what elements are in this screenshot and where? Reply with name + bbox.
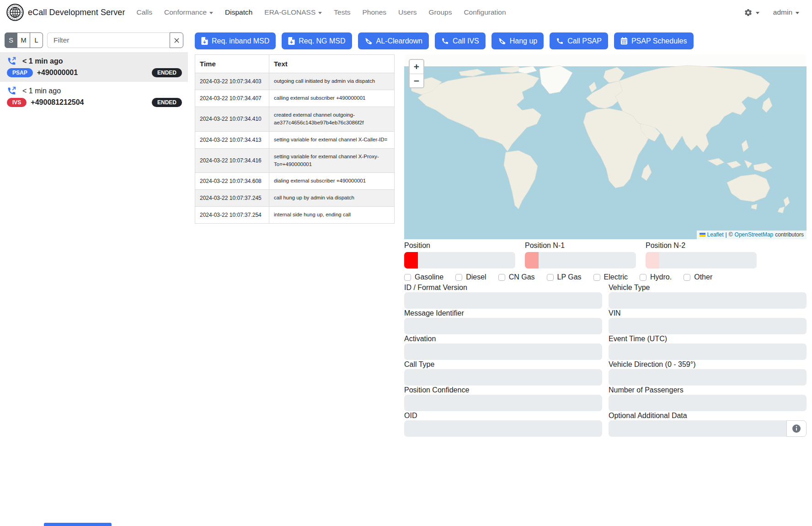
brand[interactable]: eCall Development Server (6, 4, 125, 21)
additional-data-info-button[interactable] (786, 420, 807, 437)
field-position-confidence: Position Confidence (404, 386, 602, 411)
table-row: 2024-03-22 10:07:34.410created external … (195, 107, 395, 132)
phone-icon (441, 37, 449, 45)
app-title: eCall Development Server (28, 8, 125, 17)
field-activation: Activation (404, 334, 602, 360)
position-group: Position N-1 (525, 242, 636, 268)
call-log-table: Time Text 2024-03-22 10:07:34.403outgoin… (195, 54, 395, 224)
event-time-input (609, 344, 807, 360)
table-row: 2024-03-22 10:07:37.245call hung up by a… (195, 190, 395, 207)
globe-logo-icon (6, 4, 24, 21)
close-icon (174, 38, 179, 43)
ukraine-flag-icon (700, 233, 705, 237)
table-row: 2024-03-22 10:07:34.608dialing external … (195, 173, 395, 190)
info-icon (792, 424, 801, 433)
nav-item-tests[interactable]: Tests (328, 4, 356, 21)
chevron-down-icon (209, 12, 213, 14)
checkbox-input[interactable] (498, 274, 505, 281)
nav-item-era-glonass[interactable]: ERA-GLONASS (258, 4, 328, 21)
vehicle-direction-input (609, 369, 807, 386)
oid-input (404, 420, 602, 437)
position-color-swatch (404, 252, 418, 268)
table-row: 2024-03-22 10:07:37.254internal side hun… (195, 207, 395, 224)
nav-item-phones[interactable]: Phones (356, 4, 392, 21)
zoom-out-button[interactable]: − (410, 74, 423, 87)
call-role-badge: PSAP (7, 68, 33, 77)
navbar-right: admin (744, 8, 806, 17)
fuel-type-checkboxes: Gasoline Diesel CN Gas LP Gas Electric H… (404, 273, 712, 281)
number-of-passengers-input (609, 395, 807, 411)
size-button-l[interactable]: L (30, 32, 43, 48)
call-number: +490000001 (37, 69, 78, 77)
position-color-swatch (525, 252, 539, 268)
bottom-blue-strip (44, 523, 112, 526)
chevron-down-icon (756, 12, 759, 14)
checkbox-cn-gas[interactable]: CN Gas (498, 273, 535, 281)
chevron-down-icon (318, 12, 322, 14)
nav-item-users[interactable]: Users (392, 4, 422, 21)
field-vehicle-direction: Vehicle Direction (0 - 359°) (609, 360, 807, 386)
checkbox-input[interactable] (593, 274, 600, 281)
call-ivs-button[interactable]: Call IVS (435, 32, 486, 49)
hang-up-button[interactable]: Hang up (491, 32, 544, 49)
position-bar (404, 252, 515, 268)
file-download-icon (201, 37, 208, 45)
nav-item-groups[interactable]: Groups (423, 4, 458, 21)
map-attribution: Leaflet | © OpenStreetMap contributors (697, 231, 807, 239)
req-ng-msd-button[interactable]: Req. NG MSD (282, 32, 352, 49)
position-history: Position Position N-1 Position N-2 (404, 242, 757, 268)
main-nav: Calls Conformance Dispatch ERA-GLONASS T… (131, 4, 512, 21)
field-optional-additional-data: Optional Additional Data (609, 411, 807, 437)
osm-link[interactable]: OpenStreetMap (735, 231, 774, 238)
clear-filter-button[interactable] (170, 32, 183, 48)
size-button-m[interactable]: M (17, 32, 30, 48)
checkbox-input[interactable] (404, 274, 411, 281)
al-cleardown-button[interactable]: AL-Cleardown (358, 32, 429, 49)
world-map[interactable]: + − Leaflet | © OpenStreetMap contributo… (404, 54, 807, 239)
zoom-in-button[interactable]: + (410, 60, 423, 74)
checkbox-hydro[interactable]: Hydro. (640, 273, 672, 281)
checkbox-input[interactable] (547, 274, 554, 281)
user-menu[interactable]: admin (773, 8, 799, 16)
checkbox-lp-gas[interactable]: LP Gas (547, 273, 582, 281)
position-bar (646, 252, 757, 268)
filter-input[interactable] (47, 32, 170, 48)
checkbox-input[interactable] (684, 274, 690, 281)
nav-item-calls[interactable]: Calls (131, 4, 158, 21)
map-zoom-control: + − (409, 59, 424, 88)
call-sidebar: S M L < 1 min ago PSAP +490000001 (0, 32, 188, 112)
settings-menu[interactable] (744, 8, 759, 17)
field-oid: OID (404, 411, 602, 437)
leaflet-link[interactable]: Leaflet (707, 231, 724, 238)
optional-additional-data-input (609, 420, 786, 437)
call-list-item[interactable]: < 1 min ago IVS +490081212504 ENDED (0, 82, 188, 112)
nav-item-configuration[interactable]: Configuration (458, 4, 512, 21)
nav-item-dispatch[interactable]: Dispatch (219, 4, 258, 21)
chevron-down-icon (796, 12, 799, 14)
checkbox-input[interactable] (640, 274, 646, 281)
map-tiles (404, 54, 807, 239)
checkbox-other[interactable]: Other (684, 273, 712, 281)
call-time: < 1 min ago (22, 87, 61, 95)
size-button-s[interactable]: S (5, 32, 17, 48)
call-role-badge: IVS (7, 98, 27, 107)
outgoing-call-icon (7, 86, 16, 96)
status-badge: ENDED (152, 68, 182, 77)
field-id-format-version: ID / Format Version (404, 283, 602, 309)
call-list-item[interactable]: < 1 min ago PSAP +490000001 ENDED (0, 52, 188, 82)
req-inband-msd-button[interactable]: Req. inband MSD (195, 32, 276, 49)
position-confidence-input (404, 395, 602, 411)
checkbox-input[interactable] (455, 274, 462, 281)
id-format-version-input (404, 292, 602, 309)
checkbox-gasoline[interactable]: Gasoline (404, 273, 443, 281)
checkbox-electric[interactable]: Electric (593, 273, 628, 281)
vehicle-type-input (609, 292, 807, 309)
call-psap-button[interactable]: Call PSAP (550, 32, 608, 49)
message-identifier-input (404, 318, 602, 334)
status-badge: ENDED (152, 98, 182, 107)
nav-item-conformance[interactable]: Conformance (158, 4, 219, 21)
psap-schedules-button[interactable]: PSAP Schedules (614, 32, 694, 49)
file-download-icon (288, 37, 295, 45)
user-menu-label: admin (773, 8, 792, 16)
checkbox-diesel[interactable]: Diesel (455, 273, 486, 281)
